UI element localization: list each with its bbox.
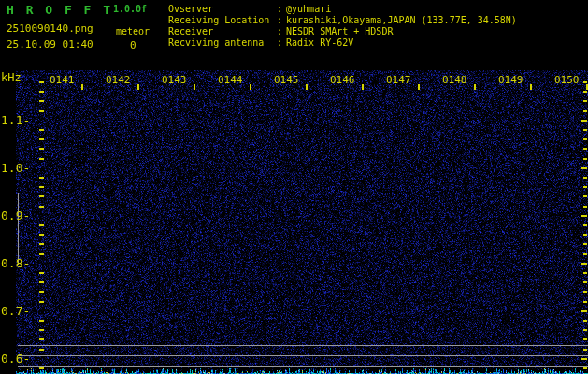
y-axis-minor-tick-right [583,281,587,283]
time-label: 0141 [50,75,75,85]
y-axis-minor-tick-left [39,177,44,179]
y-axis-minor-tick-right [583,129,587,131]
y-axis-major-tick-right [581,263,587,265]
info-label: Recviving antenna [168,37,277,49]
y-axis-unit-label: kHz [1,71,22,84]
info-separator: : [277,4,282,14]
y-axis-minor-tick-left [39,148,44,150]
y-axis-minor-tick-right [583,272,587,274]
spectrogram-noise-canvas [0,0,588,374]
minute-tick [418,84,420,90]
info-value: @yuhmari [286,4,331,14]
y-axis-minor-tick-right [583,367,587,369]
info-separator: : [277,26,282,36]
y-axis-minor-tick-left [39,138,44,140]
output-filename: 2510090140.png [7,22,93,35]
y-axis-minor-tick-right [583,138,587,140]
y-axis-minor-tick-right [583,329,587,331]
info-separator: : [277,37,282,48]
app-title: H R O F F T [7,3,113,17]
y-axis-minor-tick-right [583,100,587,102]
meteor-counter-value: 0 [130,39,136,51]
reference-line-lower [18,366,588,367]
hrofft-window: H R O F F T 1.0.0f 2510090140.png meteor… [0,0,588,374]
y-axis-minor-tick-right [583,291,587,293]
y-axis-minor-tick-left [39,243,44,245]
y-axis-minor-tick-right [583,338,587,340]
y-axis-minor-tick-left [39,110,44,112]
calibration-marker-line [18,193,19,265]
y-axis-major-tick-right [581,215,587,217]
y-axis-minor-tick-right [583,320,587,322]
y-axis-minor-tick-left [39,329,44,331]
y-axis-label: 0.8- [1,258,30,268]
y-axis-minor-tick-left [39,272,44,274]
y-axis-minor-tick-left [39,234,44,236]
y-axis-minor-tick-left [39,91,44,93]
y-axis-minor-tick-right [583,186,587,188]
y-axis-label: 0.9- [1,210,30,221]
y-axis-minor-tick-left [39,158,44,160]
minute-tick [194,84,195,90]
time-label: 0142 [106,75,131,85]
time-label: 0149 [498,75,523,85]
y-axis-minor-tick-right [583,301,587,303]
info-label: Receiving Location [168,15,277,26]
info-label: Ovserver [168,4,277,15]
time-label: 0148 [442,75,467,85]
y-axis-minor-tick-right [583,224,587,226]
y-axis-label: 0.7- [1,306,30,316]
info-value: NESDR SMArt + HDSDR [286,26,393,36]
y-axis-minor-tick-left [39,186,44,188]
minute-tick [81,84,83,90]
info-separator: : [277,15,282,25]
y-axis-minor-tick-right [583,148,587,150]
time-label: 0147 [386,75,411,85]
y-axis-minor-tick-right [583,195,587,197]
y-axis-minor-tick-right [583,110,587,112]
info-label: Receiver [168,26,277,37]
y-axis-label: 0.6- [1,353,30,364]
app-version: 1.0.0f [113,4,147,14]
y-axis-minor-tick-left [39,301,44,303]
minute-tick [137,84,139,90]
y-axis-minor-tick-left [39,320,44,322]
y-axis-minor-tick-right [583,177,587,179]
y-axis-major-tick-right [581,120,587,122]
y-axis-minor-tick-right [583,91,587,93]
y-axis-minor-tick-left [39,206,44,208]
y-axis-label: 1.0- [1,163,30,173]
y-axis-minor-tick-left [39,281,44,283]
y-axis-minor-tick-left [39,367,44,369]
y-axis-minor-tick-left [39,291,44,293]
info-row: Ovserver:@yuhmari [168,4,580,15]
minute-tick [250,84,251,90]
y-axis-minor-tick-right [583,158,587,160]
y-axis-minor-tick-right [583,234,587,236]
y-axis-minor-tick-right [583,206,587,208]
y-axis-minor-tick-right [583,253,587,255]
observer-info-panel: Ovserver:@yuhmariReceiving Location:kura… [168,4,580,52]
y-axis-major-tick-right [581,310,587,312]
reference-line-upper [18,345,588,346]
y-axis-minor-tick-left [39,195,44,197]
reference-line-middle [18,355,588,356]
y-axis-major-tick-right [581,358,587,360]
y-axis-minor-tick-left [39,338,44,340]
info-value: kurashiki,Okayama,JAPAN (133.77E, 34.58N… [286,15,517,25]
y-axis-major-tick-right [581,167,587,169]
meteor-counter-label: meteor [116,26,150,36]
info-row: Receiving Location:kurashiki,Okayama,JAP… [168,15,580,26]
y-axis-minor-tick-left [39,349,44,351]
info-row: Recviving antenna:Radix RY-62V [168,37,580,49]
y-axis-label: 1.1- [1,115,30,125]
info-row: Receiver:NESDR SMArt + HDSDR [168,26,580,37]
observation-datetime: 25.10.09 01:40 [7,38,93,50]
y-axis-minor-tick-left [39,129,44,131]
y-axis-minor-tick-left [39,253,44,255]
minute-tick [530,84,532,90]
info-value: Radix RY-62V [286,37,353,48]
minute-tick [474,84,476,90]
time-label: 0144 [218,75,243,85]
y-axis-minor-tick-left [39,81,44,83]
